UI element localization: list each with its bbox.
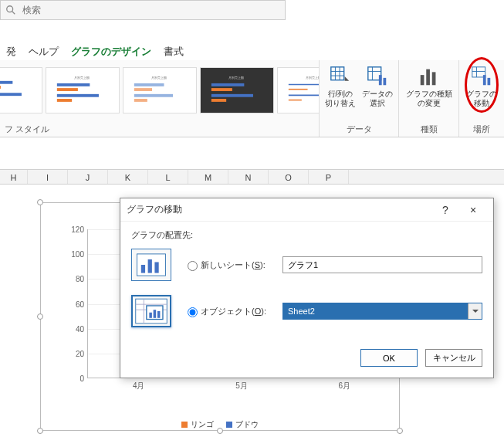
- svg-rect-53: [149, 313, 152, 318]
- ribbon-group-label: フ スタイル: [0, 123, 49, 135]
- search-icon: [5, 5, 16, 15]
- y-tick: 120: [71, 225, 84, 234]
- tab-chart-design[interactable]: グラフのデザイン: [66, 43, 156, 62]
- svg-rect-2: [0, 81, 13, 84]
- tab-help[interactable]: ヘルプ: [24, 43, 63, 62]
- svg-rect-37: [426, 69, 430, 86]
- select-value: Sheet2: [283, 307, 468, 316]
- ok-button[interactable]: OK: [360, 349, 418, 367]
- svg-rect-13: [134, 88, 152, 91]
- svg-text:月別売上額: 月別売上額: [152, 76, 167, 80]
- svg-rect-10: [57, 99, 72, 102]
- col-head[interactable]: I: [28, 170, 68, 184]
- chart-style-thumb[interactable]: [0, 67, 42, 113]
- col-head[interactable]: P: [309, 170, 349, 184]
- legend-item: リンゴ: [181, 419, 214, 430]
- x-axis-labels: 4月5月6月: [87, 381, 396, 391]
- ribbon-group-location: グラフの 移動 場所: [459, 60, 504, 137]
- chevron-down-icon: [468, 303, 482, 319]
- select-data-icon: [366, 65, 389, 88]
- col-head[interactable]: K: [108, 170, 148, 184]
- new-sheet-radio-input[interactable]: [188, 261, 198, 271]
- legend-item: ブドウ: [226, 419, 259, 430]
- y-tick: 80: [76, 275, 84, 283]
- svg-line-1: [12, 12, 15, 15]
- move-chart-icon: [470, 65, 493, 88]
- dialog-prompt: グラフの配置先:: [131, 229, 482, 241]
- col-head[interactable]: O: [269, 170, 309, 184]
- y-tick: 40: [76, 324, 84, 333]
- chart-style-thumb[interactable]: 月別売上額: [123, 67, 197, 113]
- y-tick: 60: [76, 300, 84, 308]
- column-headers: H I J K L M N O P: [0, 169, 504, 185]
- svg-text:月別売上額: 月別売上額: [229, 76, 245, 80]
- ribbon-group-label: データ: [347, 123, 372, 135]
- y-tick: 0: [79, 374, 84, 383]
- legend-swatch: [226, 422, 232, 428]
- ribbon-group-styles: 月別売上額 月別売上額 月別売上額 月別売上額 フ スタイル: [0, 60, 320, 137]
- move-chart-dialog: グラフの移動 ? × グラフの配置先: 新しいシート(S): オブジェクト(O)…: [120, 198, 494, 378]
- svg-rect-9: [57, 94, 99, 97]
- move-chart-button[interactable]: グラフの 移動: [462, 65, 501, 108]
- ribbon: 月別売上額 月別売上額 月別売上額 月別売上額 フ スタイル 行/列の 切り替え: [0, 60, 504, 137]
- svg-point-0: [7, 6, 13, 12]
- legend-label: ブドウ: [235, 419, 259, 430]
- switch-row-column-button[interactable]: 行/列の 切り替え: [323, 65, 358, 108]
- new-sheet-icon: [131, 249, 171, 281]
- resize-handle[interactable]: [37, 199, 43, 205]
- x-tick: 4月: [87, 381, 190, 391]
- object-radio-input[interactable]: [188, 307, 198, 317]
- new-sheet-radio[interactable]: 新しいシート(S):: [184, 259, 282, 271]
- new-sheet-name-input[interactable]: [282, 256, 482, 273]
- chart-style-thumb[interactable]: 月別売上額: [46, 67, 120, 113]
- dialog-help-button[interactable]: ?: [431, 204, 459, 216]
- cancel-button[interactable]: キャンセル: [425, 349, 482, 367]
- tab-dev[interactable]: 発: [2, 43, 21, 62]
- col-head[interactable]: L: [148, 170, 188, 184]
- button-label: データの 選択: [362, 90, 393, 108]
- object-sheet-select[interactable]: Sheet2: [282, 303, 482, 320]
- dialog-titlebar[interactable]: グラフの移動 ? ×: [120, 198, 493, 222]
- ribbon-group-type: グラフの種類 の変更 種類: [399, 60, 459, 137]
- chart-style-thumb[interactable]: 月別売上額: [200, 67, 274, 113]
- tab-format[interactable]: 書式: [159, 43, 188, 62]
- svg-rect-7: [57, 83, 90, 86]
- svg-text:月別売上額: 月別売上額: [75, 76, 90, 80]
- svg-rect-18: [211, 88, 232, 91]
- col-head[interactable]: M: [188, 170, 228, 184]
- svg-rect-42: [483, 75, 486, 85]
- y-tick: 20: [76, 349, 84, 357]
- svg-text:月別売上額: 月別売上額: [306, 76, 320, 80]
- svg-rect-34: [379, 75, 382, 85]
- switch-rc-icon: [329, 65, 352, 88]
- dialog-close-button[interactable]: ×: [459, 204, 487, 216]
- chart-style-thumb[interactable]: 月別売上額: [277, 67, 320, 113]
- svg-rect-3: [0, 86, 1, 89]
- legend-label: リンゴ: [191, 419, 214, 430]
- button-label: 行/列の 切り替え: [325, 90, 356, 108]
- select-data-button[interactable]: データの 選択: [360, 65, 395, 108]
- change-chart-type-button[interactable]: グラフの種類 の変更: [403, 65, 455, 108]
- x-tick: 5月: [190, 381, 293, 391]
- resize-handle[interactable]: [37, 313, 43, 320]
- col-head[interactable]: N: [228, 170, 269, 184]
- ribbon-group-data: 行/列の 切り替え データの 選択 データ: [320, 60, 399, 137]
- svg-rect-47: [154, 262, 158, 273]
- svg-rect-54: [154, 310, 157, 318]
- col-head[interactable]: H: [0, 170, 28, 184]
- svg-rect-19: [211, 94, 253, 97]
- search-bar[interactable]: [0, 0, 286, 20]
- ribbon-group-label: 場所: [473, 123, 490, 135]
- search-input[interactable]: [21, 4, 280, 16]
- svg-rect-46: [148, 259, 152, 273]
- button-label: グラフの種類 の変更: [406, 90, 452, 108]
- svg-rect-15: [134, 99, 147, 102]
- ribbon-tabs: 発 ヘルプ グラフのデザイン 書式: [0, 43, 188, 62]
- svg-rect-17: [211, 83, 245, 86]
- y-axis: 020406080100120: [64, 229, 87, 378]
- ribbon-group-label: 種類: [421, 123, 438, 135]
- object-radio[interactable]: オブジェクト(O):: [184, 305, 282, 317]
- chart-type-icon: [418, 65, 441, 88]
- col-head[interactable]: J: [68, 170, 108, 184]
- radio-label: オブジェクト(O):: [201, 306, 266, 317]
